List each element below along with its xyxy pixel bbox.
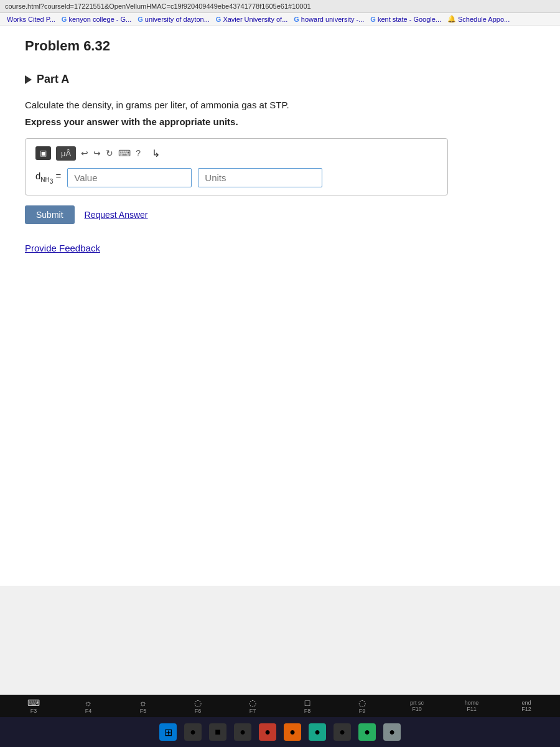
answer-container: ▣ μÂ ↩ ↪ ↻ ⌨ ? ↳ dNH3 = [25,138,448,195]
question-line2: Express your answer with the appropriate… [25,116,535,127]
problem-title: Problem 6.32 [25,38,535,54]
fkey-f3[interactable]: ⌨ F3 [21,698,46,714]
bookmark-schedule[interactable]: 🔔 Schedule Appo... [447,15,510,23]
fkey-f6[interactable]: ◌ F6 [185,698,210,714]
taskbar-app5-icon[interactable]: ● [358,723,376,741]
fkey-prtsc[interactable]: prt sc F10 [404,700,429,712]
fkey-f8[interactable]: □ F8 [295,698,320,714]
keyboard-icon[interactable]: ⌨ [118,148,131,158]
units-input[interactable] [198,168,322,187]
taskbar-start-icon[interactable]: ⊞ [159,723,177,741]
mu-button[interactable]: μÂ [56,146,76,161]
taskbar-app3-icon[interactable]: ● [309,723,326,741]
bookmarks-bar: Works Cited P... G kenyon college - G...… [0,13,560,26]
value-input[interactable] [67,168,192,187]
schedule-icon: 🔔 [447,15,456,23]
fkey-f5[interactable]: ☼ F5 [131,698,156,714]
cursor-icon: ↳ [152,148,160,159]
bookmark-works-cited[interactable]: Works Cited P... [5,16,55,23]
fkey-home[interactable]: home F11 [459,700,484,712]
fkey-f4[interactable]: ☼ F4 [76,698,101,714]
part-header: Part A [25,73,535,86]
kenyon-icon: G [62,16,67,23]
submit-button[interactable]: Submit [25,205,75,224]
bookmark-xavier[interactable]: G Xavier University of... [216,16,287,23]
refresh-icon[interactable]: ↻ [106,148,113,158]
taskbar-file-icon[interactable]: ■ [209,723,226,741]
url-bar: course.html?courseld=17221551&OpenVellum… [0,0,560,13]
redo-icon[interactable]: ↪ [93,148,101,158]
answer-row: dNH3 = [35,168,437,187]
taskbar-app2-icon[interactable]: ● [284,723,301,741]
bookmark-dayton[interactable]: G university of dayton... [138,16,210,23]
taskbar-browser-icon[interactable]: ● [234,723,251,741]
fkeys-bar: ⌨ F3 ☼ F4 ☼ F5 ◌ F6 ◌ F7 □ F8 ◌ F9 prt s… [0,695,560,717]
answer-toolbar: ▣ μÂ ↩ ↪ ↻ ⌨ ? ↳ [35,146,437,161]
taskbar-app1-icon[interactable]: ● [259,723,276,741]
question-line1: Calculate the density, in grams per lite… [25,98,535,113]
undo-icon[interactable]: ↩ [81,148,88,158]
howard-icon: G [294,16,299,23]
equation-label: dNH3 = [35,171,61,185]
request-answer-button[interactable]: Request Answer [85,210,148,220]
taskbar: ⊞ ● ■ ● ● ● ● ● ● ● [0,717,560,747]
taskbar-app4-icon[interactable]: ● [334,723,351,741]
taskbar-search-icon[interactable]: ● [184,723,202,741]
block-format-button[interactable]: ▣ [35,146,51,160]
kent-icon: G [370,16,376,23]
bookmark-kenyon[interactable]: G kenyon college - G... [62,16,131,23]
bookmark-howard[interactable]: G howard university -... [294,16,364,23]
part-label: Part A [37,73,69,86]
fkey-end[interactable]: end F12 [514,700,539,712]
main-content: Problem 6.32 Part A Calculate the densit… [0,26,560,586]
fkey-f7[interactable]: ◌ F7 [240,698,265,714]
collapse-icon[interactable] [25,75,32,84]
xavier-icon: G [216,16,222,23]
bookmark-kent[interactable]: G kent state - Google... [370,16,441,23]
buttons-row: Submit Request Answer [25,205,535,224]
part-a-section: Part A Calculate the density, in grams p… [25,73,535,254]
fkey-f9[interactable]: ◌ F9 [350,698,375,714]
dayton-icon: G [138,16,143,23]
taskbar-app6-icon[interactable]: ● [383,723,401,741]
help-icon[interactable]: ? [136,148,141,158]
provide-feedback-link[interactable]: Provide Feedback [25,243,100,253]
